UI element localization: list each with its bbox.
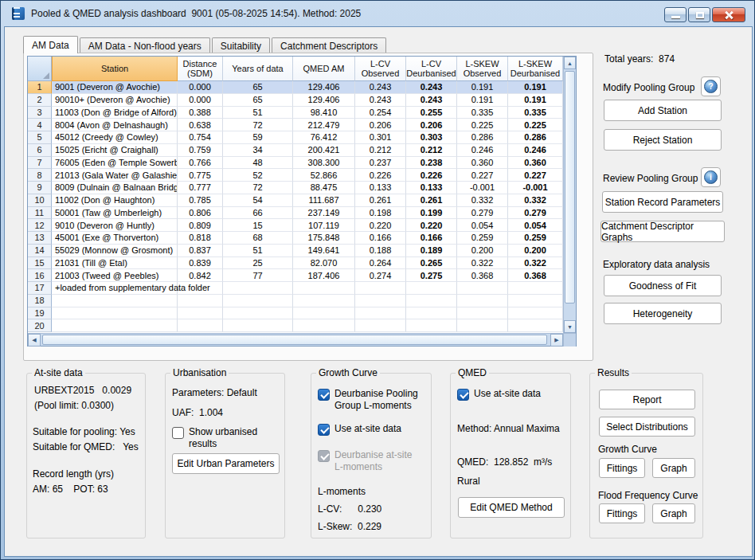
deurbanise-pooling-checkbox[interactable]: Deurbanise Pooling Group L-moments <box>318 388 418 412</box>
add-station-button[interactable]: Add Station <box>604 100 722 121</box>
edit-urban-parameters-button[interactable]: Edit Urban Parameters <box>172 453 280 474</box>
vertical-scrollbar[interactable]: ▲ ▼ <box>563 57 576 333</box>
info-button[interactable]: i <box>701 167 721 187</box>
table-row[interactable]: 311003 (Don @ Bridge of Alford)0.3885198… <box>28 107 563 119</box>
scroll-left-icon: ◀ <box>32 337 36 343</box>
table-cell: 0.335 <box>457 107 508 119</box>
goodness-of-fit-button[interactable]: Goodness of Fit <box>604 275 722 296</box>
table-row[interactable]: 18 <box>28 295 563 307</box>
tab-suitability[interactable]: Suitability <box>212 37 270 53</box>
qmed-use-at-site-checkbox[interactable]: Use at-site data <box>457 388 541 401</box>
table-cell <box>355 282 406 295</box>
table-cell: 0.261 <box>355 194 406 207</box>
report-button[interactable]: Report <box>599 390 695 409</box>
column-header-3[interactable]: Years of data <box>223 57 293 81</box>
table-row[interactable]: 19001 (Deveron @ Avochie)0.00065129.4060… <box>28 81 563 94</box>
maximize-button[interactable] <box>688 7 710 22</box>
column-header-2[interactable]: Distance (SDM) <box>178 57 223 81</box>
growth-curve-graph-button[interactable]: Graph <box>652 458 695 478</box>
table-cell: 0.265 <box>406 257 457 270</box>
table-row[interactable]: 1521031 (Till @ Etal)0.8392582.0700.2640… <box>28 257 563 270</box>
horizontal-scrollbar[interactable]: ◀ ▶ <box>28 334 563 346</box>
tab-catchment-descriptors[interactable]: Catchment Descriptors <box>272 37 386 53</box>
vertical-scroll-track[interactable] <box>564 69 576 320</box>
urbext-value: URBEXT2015 0.0029 <box>34 385 131 396</box>
heterogeneity-button[interactable]: Heterogeneity <box>604 303 722 324</box>
table-row[interactable]: 17+loaded from supplementary data folder <box>28 282 563 295</box>
suitable-for-qmed: Suitable for QMED: Yes <box>33 441 139 452</box>
table-cell: 0.274 <box>355 269 406 282</box>
table-cell: -0.001 <box>457 182 508 194</box>
table-row[interactable]: 290010+ (Deveron @ Avochie)0.00065129.40… <box>28 94 563 107</box>
row-number: 5 <box>28 131 52 144</box>
help-button[interactable]: ? <box>701 76 721 96</box>
table-row[interactable]: 20 <box>28 319 563 332</box>
table-row[interactable]: 545012 (Creedy @ Cowley)0.7545976.4120.3… <box>28 131 563 144</box>
table-cell <box>52 307 178 320</box>
column-header-6[interactable]: L-CV Deurbanised <box>406 57 457 81</box>
title-bar[interactable]: Pooled & QMED analysis dashboard 9001 (0… <box>1 1 754 26</box>
horizontal-scroll-track[interactable] <box>41 334 550 346</box>
table-cell <box>293 282 355 295</box>
select-distributions-button[interactable]: Select Distributions <box>599 417 695 437</box>
table-cell: 0.842 <box>178 269 223 282</box>
column-header-4[interactable]: QMED AM <box>293 57 355 81</box>
table-row[interactable]: 48004 (Avon @ Delnashaugh)0.63872212.479… <box>28 119 563 131</box>
table-row[interactable]: 776005 (Eden @ Temple Sowerby)0.76648308… <box>28 157 563 170</box>
table-cell: 0.220 <box>406 219 457 232</box>
growth-curve-fittings-button[interactable]: Fittings <box>599 458 645 478</box>
use-at-site-data-label: Use at-site data <box>334 423 401 435</box>
table-cell: 52.866 <box>293 169 355 182</box>
table-row[interactable]: 1621003 (Tweed @ Peebles)0.84277187.4060… <box>28 269 563 282</box>
station-record-parameters-button[interactable]: Station Record Parameters <box>602 191 723 213</box>
table-row[interactable]: 821013 (Gala Water @ Galashiels)0.775525… <box>28 169 563 182</box>
scroll-down-button[interactable]: ▼ <box>564 320 576 333</box>
scroll-right-button[interactable]: ▶ <box>550 334 563 347</box>
scroll-left-button[interactable]: ◀ <box>28 334 41 347</box>
table-row[interactable]: 129010 (Deveron @ Huntly)0.80915107.1190… <box>28 219 563 232</box>
edit-qmed-method-button[interactable]: Edit QMED Method <box>458 497 565 518</box>
column-header-7[interactable]: L-SKEW Observed <box>457 57 508 81</box>
table-row[interactable]: 1011002 (Don @ Haughton)0.78554111.6870.… <box>28 194 563 207</box>
table-cell <box>355 295 406 307</box>
scroll-up-button[interactable]: ▲ <box>564 57 576 69</box>
table-cell: 15 <box>223 219 293 232</box>
horizontal-scroll-thumb[interactable] <box>42 335 547 345</box>
table-cell: 48 <box>223 157 293 170</box>
catchment-descriptor-graphs-button[interactable]: Catchment Descriptor Graphs <box>600 221 725 242</box>
table-cell: 66 <box>223 207 293 220</box>
minimize-button[interactable] <box>664 7 687 22</box>
table-row[interactable]: 1345001 (Exe @ Thorverton)0.81868175.848… <box>28 232 563 245</box>
results-title: Results <box>595 367 632 378</box>
reject-station-button[interactable]: Reject Station <box>604 129 722 151</box>
table-cell: 0.785 <box>178 194 223 207</box>
column-header-5[interactable]: L-CV Observed <box>355 57 406 81</box>
qmed-panel: QMED Use at-site data Method: Annual Max… <box>450 373 571 538</box>
table-row[interactable]: 98009 (Dulnain @ Balnaan Bridge)0.777728… <box>28 182 563 194</box>
table-cell: 0.237 <box>355 157 406 170</box>
table-header-row: StationDistance (SDM)Years of dataQMED A… <box>28 57 563 81</box>
column-header-1[interactable]: Station <box>52 57 178 81</box>
tab-am-data-non-flood-years[interactable]: AM Data - Non-flood years <box>80 37 210 53</box>
row-number: 9 <box>28 182 52 194</box>
table-row[interactable]: 19 <box>28 307 563 320</box>
table-cell: 21031 (Till @ Etal) <box>52 257 178 270</box>
table-row[interactable]: 1150001 (Taw @ Umberleigh)0.80666237.149… <box>28 207 563 220</box>
tab-am-data[interactable]: AM Data <box>23 36 78 53</box>
table-cell: 0.226 <box>406 169 457 182</box>
ffc-fittings-button[interactable]: Fittings <box>599 503 645 523</box>
close-button[interactable] <box>712 7 745 22</box>
table-cell: 77 <box>223 269 293 282</box>
table-row[interactable]: 615025 (Ericht @ Craighall)0.75934200.42… <box>28 144 563 157</box>
table-row[interactable]: 1455029 (Monnow @ Grosmont)0.83751149.64… <box>28 245 563 257</box>
use-at-site-data-checkbox[interactable]: Use at-site data <box>318 423 401 436</box>
table-cell: 0.254 <box>355 107 406 119</box>
vertical-scroll-thumb[interactable] <box>565 71 575 303</box>
table-cell: 0.818 <box>178 232 223 245</box>
table-cell: 0.638 <box>178 119 223 131</box>
table-cell: 21013 (Gala Water @ Galashiels) <box>52 169 178 182</box>
show-urbanised-results-checkbox[interactable]: Show urbanised results <box>172 426 284 450</box>
column-header-8[interactable]: L-SKEW Deurbanised <box>508 57 563 81</box>
ffc-graph-button[interactable]: Graph <box>652 503 695 523</box>
select-all-corner[interactable] <box>28 57 52 81</box>
